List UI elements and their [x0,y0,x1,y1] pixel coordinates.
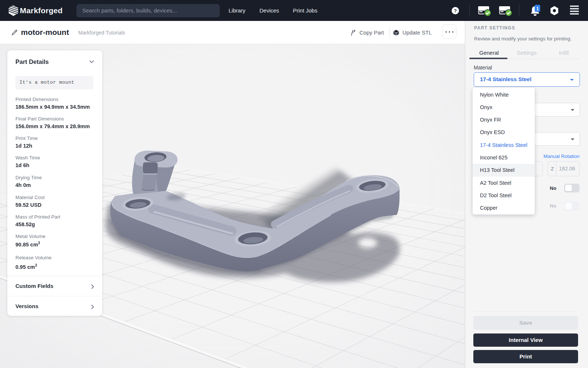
svg-text:1: 1 [536,6,539,11]
svg-text:?: ? [454,8,457,14]
